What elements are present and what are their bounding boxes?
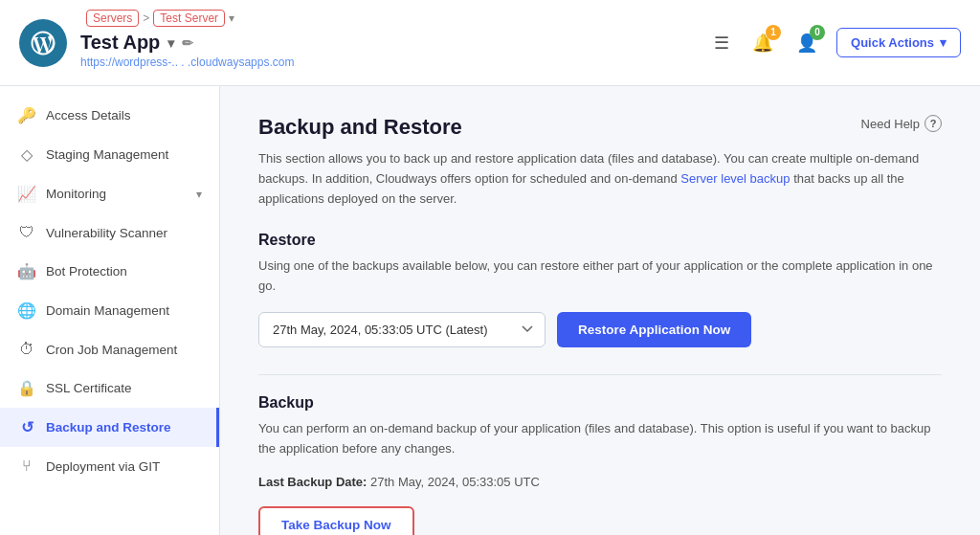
app-name-edit-icon[interactable]: ✏ [182, 35, 193, 51]
lock-icon: 🔒 [17, 379, 36, 397]
backup-dropdown[interactable]: 27th May, 2024, 05:33:05 UTC (Latest) [258, 312, 546, 347]
sidebar-item-access-details[interactable]: 🔑 Access Details [0, 96, 219, 135]
globe-icon: 🌐 [17, 301, 36, 320]
app-name-row: Test App ▾ ✏ [80, 32, 294, 54]
sidebar-label-domain-management: Domain Management [46, 303, 169, 318]
page-title: Backup and Restore [258, 115, 462, 140]
last-backup-value: 27th May, 2024, 05:33:05 UTC [370, 475, 540, 489]
bot-icon: 🤖 [17, 262, 36, 280]
user-icon-button[interactable]: 👤 0 [792, 29, 821, 57]
sidebar-item-deployment-via-git[interactable]: ⑂ Deployment via GIT [0, 447, 219, 485]
app-logo [19, 19, 67, 67]
sidebar-label-staging-management: Staging Management [46, 147, 168, 162]
sidebar-item-bot-protection[interactable]: 🤖 Bot Protection [0, 252, 219, 291]
restore-title: Restore [258, 232, 942, 249]
key-icon: 🔑 [17, 106, 36, 124]
breadcrumb-test-server[interactable]: Test Server [153, 10, 225, 27]
main-content: Backup and Restore Need Help ? This sect… [220, 86, 980, 535]
server-level-backup-link[interactable]: Server level backup [680, 171, 790, 186]
sidebar-item-vulnerability-scanner[interactable]: 🛡 Vulnerability Scanner [0, 213, 219, 252]
backup-icon: ↺ [17, 418, 36, 436]
need-help-link[interactable]: Need Help ? [861, 115, 942, 132]
section-divider [258, 374, 942, 375]
sidebar-label-access-details: Access Details [46, 108, 131, 123]
restore-row: 27th May, 2024, 05:33:05 UTC (Latest) Re… [258, 312, 942, 347]
quick-actions-chevron-icon: ▾ [940, 35, 947, 50]
sidebar: 🔑 Access Details ◇ Staging Management 📈 … [0, 86, 220, 535]
sidebar-label-deployment-via-git: Deployment via GIT [46, 459, 160, 474]
quick-actions-button[interactable]: Quick Actions ▾ [836, 28, 961, 57]
page-header: Backup and Restore Need Help ? [258, 115, 942, 140]
user-badge: 0 [810, 25, 825, 40]
help-icon: ? [924, 115, 942, 132]
sidebar-label-ssl-certificate: SSL Certificate [46, 381, 132, 395]
breadcrumb-arrow: > [143, 11, 149, 25]
sidebar-label-backup-and-restore: Backup and Restore [46, 420, 171, 435]
sidebar-item-ssl-certificate[interactable]: 🔒 SSL Certificate [0, 368, 219, 408]
quick-actions-label: Quick Actions [851, 35, 934, 50]
need-help-label: Need Help [861, 117, 920, 131]
app-name: Test App [80, 32, 160, 54]
breadcrumb: Servers > Test Server ▾ [86, 10, 234, 27]
git-icon: ⑂ [17, 457, 36, 475]
last-backup-info: Last Backup Date: 27th May, 2024, 05:33:… [258, 475, 942, 489]
sidebar-label-vulnerability-scanner: Vulnerability Scanner [46, 226, 167, 240]
last-backup-label: Last Backup Date: [258, 475, 367, 489]
take-backup-now-button[interactable]: Take Backup Now [258, 506, 414, 535]
app-name-chevron-icon[interactable]: ▾ [167, 35, 174, 51]
bell-badge: 1 [766, 25, 781, 40]
main-layout: 🔑 Access Details ◇ Staging Management 📈 … [0, 86, 980, 535]
sidebar-item-backup-and-restore[interactable]: ↺ Backup and Restore [0, 408, 219, 447]
bell-icon-button[interactable]: 🔔 1 [748, 29, 777, 57]
sidebar-label-monitoring: Monitoring [46, 187, 106, 201]
backup-description: You can perform an on-demand backup of y… [258, 419, 942, 459]
chart-icon: 📈 [17, 185, 36, 203]
app-header: Servers > Test Server ▾ Test App ▾ ✏ htt… [0, 0, 980, 86]
monitoring-chevron-icon: ▾ [196, 188, 202, 201]
list-icon-button[interactable]: ☰ [710, 29, 733, 57]
breadcrumb-servers[interactable]: Servers [86, 10, 139, 27]
list-icon: ☰ [714, 33, 729, 53]
sidebar-item-monitoring[interactable]: 📈 Monitoring ▾ [0, 174, 219, 213]
header-right: ☰ 🔔 1 👤 0 Quick Actions ▾ [710, 28, 961, 57]
sidebar-item-domain-management[interactable]: 🌐 Domain Management [0, 291, 219, 330]
app-info: Test App ▾ ✏ https://wordpress-.. . .clo… [80, 32, 294, 69]
breadcrumb-chevron-icon: ▾ [229, 11, 234, 25]
sidebar-label-bot-protection: Bot Protection [46, 264, 127, 279]
restore-section: Restore Using one of the backups availab… [258, 232, 942, 347]
backup-section: Backup You can perform an on-demand back… [258, 394, 942, 535]
restore-description: Using one of the backups available below… [258, 256, 942, 297]
page-description: This section allows you to back up and r… [258, 149, 942, 209]
shield-icon: 🛡 [17, 224, 36, 241]
sidebar-label-cron-job-management: Cron Job Management [46, 343, 177, 357]
sidebar-item-cron-job-management[interactable]: ⏱ Cron Job Management [0, 330, 219, 368]
staging-icon: ◇ [17, 145, 36, 164]
backup-title: Backup [258, 394, 942, 412]
restore-application-now-button[interactable]: Restore Application Now [557, 312, 751, 347]
clock-icon: ⏱ [17, 341, 36, 358]
sidebar-item-staging-management[interactable]: ◇ Staging Management [0, 135, 219, 174]
app-url[interactable]: https://wordpress-.. . .cloudwaysapps.co… [80, 56, 294, 69]
